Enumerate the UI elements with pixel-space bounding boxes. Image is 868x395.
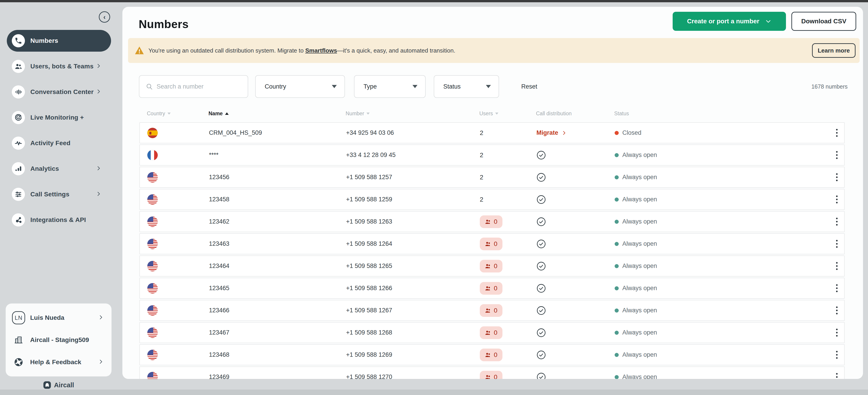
table-row[interactable]: 123463 +1 509 588 1264 0 Always open xyxy=(140,233,845,254)
distribution-ok-icon xyxy=(536,261,546,271)
table-row[interactable]: 123465 +1 509 588 1266 0 Always open xyxy=(140,278,845,299)
aircall-logo-icon xyxy=(43,381,51,389)
flag-us-icon xyxy=(147,328,158,338)
table-row[interactable]: **** +33 4 12 28 09 45 2 Always open xyxy=(140,144,845,166)
table-row[interactable]: 123458 +1 509 588 1259 2 Always open xyxy=(140,189,845,210)
table-row[interactable]: 123462 +1 509 588 1263 0 Always open xyxy=(140,211,845,232)
table-row[interactable]: 123464 +1 509 588 1265 0 Always open xyxy=(140,256,845,276)
chevron-right-icon xyxy=(96,165,101,172)
users-icon xyxy=(485,219,491,225)
table-row[interactable]: 123456 +1 509 588 1257 2 Always open xyxy=(140,167,845,188)
flag-us-icon xyxy=(147,350,158,360)
zero-users-badge: 0 xyxy=(480,238,502,250)
zero-users-badge: 0 xyxy=(480,282,502,295)
phone-number: +1 509 588 1264 xyxy=(346,240,392,247)
status-dot xyxy=(615,153,619,157)
flag-us-icon xyxy=(147,217,158,227)
sidebar-item-conversation-center[interactable]: Conversation Center xyxy=(7,81,111,103)
smartflows-link[interactable]: Smartflows xyxy=(305,47,337,54)
phone-icon xyxy=(12,34,25,47)
number-name: CRM_004_HS_509 xyxy=(209,129,262,136)
phone-number: +1 509 588 1259 xyxy=(346,196,392,203)
column-header-country[interactable]: Country xyxy=(147,105,170,122)
sort-desc-icon xyxy=(367,112,370,114)
type-filter-dropdown[interactable]: Type xyxy=(354,75,426,98)
row-menu-kebab-icon[interactable] xyxy=(832,211,841,232)
column-header-name[interactable]: Name xyxy=(209,105,229,122)
row-menu-kebab-icon[interactable] xyxy=(832,167,841,187)
table-row[interactable]: 123469 +1 509 588 1270 0 Always open xyxy=(140,366,845,379)
sidebar-item-label: Call Settings xyxy=(30,191,69,198)
waveform-icon xyxy=(12,86,25,99)
main-panel: Numbers Create or port a number Download… xyxy=(122,7,863,379)
page-title: Numbers xyxy=(139,18,189,31)
sidebar-item-analytics[interactable]: Analytics xyxy=(7,158,111,179)
users-icon xyxy=(485,330,491,336)
distribution-ok-icon xyxy=(536,306,546,315)
sidebar-item-activity-feed[interactable]: Activity Feed xyxy=(7,132,111,154)
table-row[interactable]: CRM_004_HS_509 +34 925 94 03 06 2 Migrat… xyxy=(140,122,845,143)
sidebar-item-numbers[interactable]: Numbers xyxy=(7,30,111,52)
status-dot xyxy=(615,131,619,135)
sidebar-item-call-settings[interactable]: Call Settings xyxy=(7,184,111,205)
migrate-link[interactable]: Migrate xyxy=(536,129,567,136)
table-header: CountryNameNumberUsersCall distributionS… xyxy=(140,105,845,122)
window-bottom-edge xyxy=(0,390,868,395)
number-name: 123462 xyxy=(209,218,229,225)
users-count: 2 xyxy=(480,152,484,159)
sidebar-item-profile[interactable]: LN Luis Nueda xyxy=(6,307,112,329)
search-input[interactable] xyxy=(157,83,243,90)
table-row[interactable]: 123468 +1 509 588 1269 0 Always open xyxy=(140,344,845,365)
table-row[interactable]: 123466 +1 509 588 1267 0 Always open xyxy=(140,300,845,321)
row-menu-kebab-icon[interactable] xyxy=(832,189,841,209)
flag-us-icon xyxy=(147,172,158,183)
barchart-icon xyxy=(12,162,25,175)
brand-footer: Aircall xyxy=(0,381,117,389)
row-menu-kebab-icon[interactable] xyxy=(832,323,841,343)
sidebar-item-help[interactable]: Help & Feedback xyxy=(6,351,112,373)
sidebar-item-label: Activity Feed xyxy=(30,139,70,147)
number-name: 123463 xyxy=(209,240,229,247)
status-label: Always open xyxy=(622,307,657,314)
row-menu-kebab-icon[interactable] xyxy=(832,278,841,298)
status-label: Always open xyxy=(622,329,657,336)
status-dot xyxy=(615,264,619,268)
row-menu-kebab-icon[interactable] xyxy=(832,300,841,321)
status-label: Always open xyxy=(622,240,657,247)
row-menu-kebab-icon[interactable] xyxy=(832,145,841,165)
row-menu-kebab-icon[interactable] xyxy=(832,256,841,276)
chevron-right-icon xyxy=(98,359,104,366)
flag-es-icon xyxy=(147,128,158,138)
sidebar-item-users-bots-teams[interactable]: Users, bots & Teams xyxy=(7,56,111,77)
country-filter-dropdown[interactable]: Country xyxy=(255,75,345,98)
sidebar-item-live-monitoring[interactable]: Live Monitoring + xyxy=(7,107,111,128)
download-csv-button[interactable]: Download CSV xyxy=(792,12,856,31)
sidebar-item-integrations-api[interactable]: Integrations & API xyxy=(7,209,111,231)
table-row[interactable]: 123467 +1 509 588 1268 0 Always open xyxy=(140,322,845,343)
phone-number: +1 509 588 1268 xyxy=(346,329,392,336)
reset-filters-link[interactable]: Reset xyxy=(521,75,537,98)
status-dot xyxy=(615,308,619,312)
column-header-number[interactable]: Number xyxy=(346,105,370,122)
flag-fr-icon xyxy=(147,150,158,160)
phone-number: +1 509 588 1267 xyxy=(346,307,392,314)
column-header-users[interactable]: Users xyxy=(479,105,498,122)
row-menu-kebab-icon[interactable] xyxy=(832,123,841,143)
create-or-port-number-button[interactable]: Create or port a number xyxy=(673,12,786,31)
status-dot xyxy=(615,175,619,179)
learn-more-button[interactable]: Learn more xyxy=(812,43,856,58)
zero-users-badge: 0 xyxy=(480,304,502,317)
flag-us-icon xyxy=(147,194,158,205)
company-name: Aircall - Staging509 xyxy=(30,336,89,343)
number-name: 123468 xyxy=(209,351,229,358)
row-menu-kebab-icon[interactable] xyxy=(832,345,841,365)
avatar: LN xyxy=(12,311,25,324)
flag-us-icon xyxy=(147,372,158,379)
row-menu-kebab-icon[interactable] xyxy=(832,234,841,254)
account-card: LN Luis Nueda Aircall - Staging509 xyxy=(6,303,112,376)
row-menu-kebab-icon[interactable] xyxy=(832,367,841,379)
status-label: Closed xyxy=(622,129,641,136)
sidebar-item-company[interactable]: Aircall - Staging509 xyxy=(6,329,112,351)
sidebar-collapse-button[interactable]: ‹ xyxy=(99,11,110,23)
status-filter-dropdown[interactable]: Status xyxy=(434,75,499,98)
